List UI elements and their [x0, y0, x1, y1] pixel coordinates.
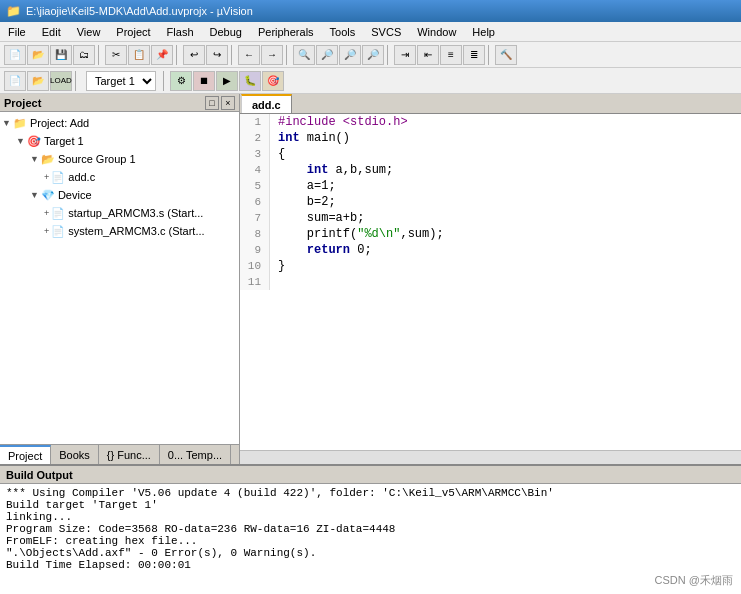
- paste-btn[interactable]: 📌: [151, 45, 173, 65]
- line-code-6[interactable]: b=2;: [270, 194, 336, 210]
- line-code-9[interactable]: return 0;: [270, 242, 372, 258]
- editor-tab-add-c[interactable]: add.c: [241, 94, 292, 113]
- tree-icon-6: 📄: [51, 225, 65, 238]
- build-btn[interactable]: 🔨: [495, 45, 517, 65]
- nav-fwd-btn[interactable]: →: [261, 45, 283, 65]
- tree-label-2: Source Group 1: [58, 153, 136, 165]
- expand-icon-1: ▼: [16, 136, 25, 146]
- project-pin-btn[interactable]: □: [205, 96, 219, 110]
- build-line-5: ".\Objects\Add.axf" - 0 Error(s), 0 Warn…: [6, 547, 735, 559]
- code-line-7: 7 sum=a+b;: [240, 210, 741, 226]
- build-line-4: FromELF: creating hex file...: [6, 535, 735, 547]
- target-select[interactable]: Target 1: [86, 71, 156, 91]
- find2-btn[interactable]: 🔎: [316, 45, 338, 65]
- tree-icon-2: 📂: [41, 153, 55, 166]
- find-btn[interactable]: 🔍: [293, 45, 315, 65]
- tree-item-0[interactable]: ▼📁Project: Add: [0, 114, 239, 132]
- line-code-10[interactable]: }: [270, 258, 285, 274]
- open-btn[interactable]: 📂: [27, 45, 49, 65]
- code-line-6: 6 b=2;: [240, 194, 741, 210]
- menu-item-debug[interactable]: Debug: [202, 22, 250, 41]
- build-line-1: Build target 'Target 1': [6, 499, 735, 511]
- tree-item-1[interactable]: ▼🎯Target 1: [0, 132, 239, 150]
- watermark: CSDN @禾烟雨: [655, 573, 733, 588]
- menu-item-file[interactable]: File: [0, 22, 34, 41]
- line-code-1[interactable]: #include <stdio.h>: [270, 114, 408, 130]
- pp-directive: #include <stdio.h>: [278, 115, 408, 129]
- unindent2-btn[interactable]: ≣: [463, 45, 485, 65]
- tree-icon-0: 📁: [13, 117, 27, 130]
- line-code-5[interactable]: a=1;: [270, 178, 336, 194]
- open2-btn[interactable]: 📂: [27, 71, 49, 91]
- build-line-0: *** Using Compiler 'V5.06 update 4 (buil…: [6, 487, 735, 499]
- new2-btn[interactable]: 📄: [4, 71, 26, 91]
- line-code-8[interactable]: printf("%d\n",sum);: [270, 226, 444, 242]
- menu-item-help[interactable]: Help: [464, 22, 503, 41]
- line-num-4: 4: [240, 162, 270, 178]
- line-code-4[interactable]: int a,b,sum;: [270, 162, 393, 178]
- menu-item-svcs[interactable]: SVCS: [363, 22, 409, 41]
- compile-btn[interactable]: ⚙: [170, 71, 192, 91]
- copy-btn[interactable]: 📋: [128, 45, 150, 65]
- code-line-2: 2int main(): [240, 130, 741, 146]
- tree-item-2[interactable]: ▼📂Source Group 1: [0, 150, 239, 168]
- sep4: [286, 45, 290, 65]
- stop-btn[interactable]: ⏹: [193, 71, 215, 91]
- menu-item-project[interactable]: Project: [108, 22, 158, 41]
- tree-label-6: system_ARMCM3.c (Start...: [68, 225, 204, 237]
- menu-item-view[interactable]: View: [69, 22, 109, 41]
- save-btn[interactable]: 💾: [50, 45, 72, 65]
- menu-item-tools[interactable]: Tools: [322, 22, 364, 41]
- target-btn[interactable]: 🎯: [262, 71, 284, 91]
- unindent-btn[interactable]: ⇤: [417, 45, 439, 65]
- tree-label-4: Device: [58, 189, 92, 201]
- panel-tab-3[interactable]: 0... Temp...: [160, 445, 231, 464]
- undo-btn[interactable]: ↩: [183, 45, 205, 65]
- line-code-7[interactable]: sum=a+b;: [270, 210, 364, 226]
- find3-btn[interactable]: 🔎: [339, 45, 361, 65]
- tree-item-3[interactable]: +📄add.c: [0, 168, 239, 186]
- main: Project □ × ▼📁Project: Add▼🎯Target 1▼📂So…: [0, 94, 741, 594]
- sep2: [176, 45, 180, 65]
- nav-back-btn[interactable]: ←: [238, 45, 260, 65]
- run-btn[interactable]: ▶: [216, 71, 238, 91]
- line-code-2[interactable]: int main(): [270, 130, 350, 146]
- code-line-1: 1#include <stdio.h>: [240, 114, 741, 130]
- panel-tab-2[interactable]: {} Func...: [99, 445, 160, 464]
- build-title: Build Output: [6, 469, 73, 481]
- code-editor[interactable]: 1#include <stdio.h>2int main()3{4 int a,…: [240, 114, 741, 450]
- editor-hscroll[interactable]: [240, 450, 741, 464]
- line-num-10: 10: [240, 258, 270, 274]
- find4-btn[interactable]: 🔎: [362, 45, 384, 65]
- panel-tab-1[interactable]: Books: [51, 445, 99, 464]
- cut-btn[interactable]: ✂: [105, 45, 127, 65]
- panel-tab-0[interactable]: Project: [0, 445, 51, 464]
- tree-item-6[interactable]: +📄system_ARMCM3.c (Start...: [0, 222, 239, 240]
- build-line-6: Build Time Elapsed: 00:00:01: [6, 559, 735, 571]
- indent2-btn[interactable]: ≡: [440, 45, 462, 65]
- expand-icon-2: ▼: [30, 154, 39, 164]
- build-header: Build Output: [0, 466, 741, 484]
- menu-item-edit[interactable]: Edit: [34, 22, 69, 41]
- redo-btn[interactable]: ↪: [206, 45, 228, 65]
- new-btn[interactable]: 📄: [4, 45, 26, 65]
- build-line-2: linking...: [6, 511, 735, 523]
- line-num-7: 7: [240, 210, 270, 226]
- load-btn[interactable]: LOAD: [50, 71, 72, 91]
- tree-item-5[interactable]: +📄startup_ARMCM3.s (Start...: [0, 204, 239, 222]
- line-code-3[interactable]: {: [270, 146, 285, 162]
- debug-btn[interactable]: 🐛: [239, 71, 261, 91]
- indent-btn[interactable]: ⇥: [394, 45, 416, 65]
- menu-item-window[interactable]: Window: [409, 22, 464, 41]
- code-line-8: 8 printf("%d\n",sum);: [240, 226, 741, 242]
- editor-area: add.c 1#include <stdio.h>2int main()3{4 …: [240, 94, 741, 464]
- line-num-3: 3: [240, 146, 270, 162]
- tree-item-4[interactable]: ▼💎Device: [0, 186, 239, 204]
- tree-icon-4: 💎: [41, 189, 55, 202]
- save-all-btn[interactable]: 🗂: [73, 45, 95, 65]
- menu-item-peripherals[interactable]: Peripherals: [250, 22, 322, 41]
- menu-item-flash[interactable]: Flash: [159, 22, 202, 41]
- project-close-btn[interactable]: ×: [221, 96, 235, 110]
- line-code-11[interactable]: [270, 274, 278, 290]
- line-num-2: 2: [240, 130, 270, 146]
